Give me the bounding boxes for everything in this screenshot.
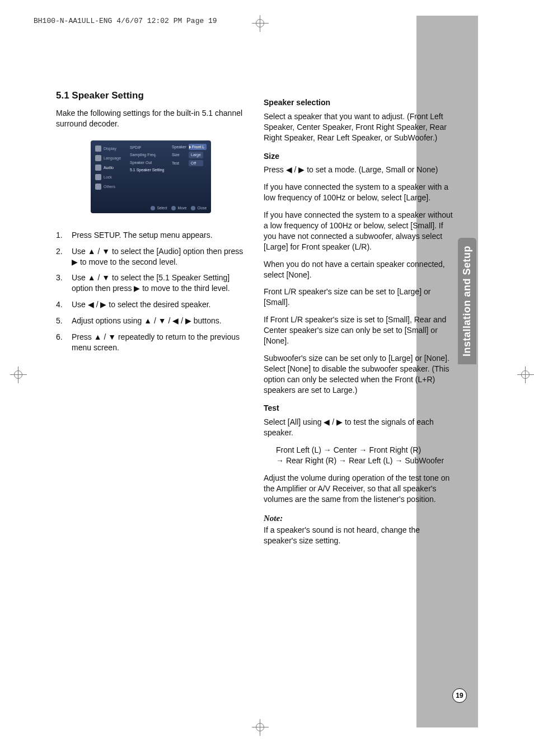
osd-menu-display: Display <box>104 146 116 151</box>
registration-mark-bottom <box>252 719 269 736</box>
osd-test-value: Off <box>189 160 203 166</box>
section-heading: 5.1 Speaker Setting <box>56 90 246 102</box>
registration-mark-right <box>517 367 534 383</box>
registration-mark-left <box>10 367 27 383</box>
step-1: Press SETUP. The setup menu appears. <box>56 230 246 241</box>
size-p1: Press ◀ / ▶ to set a mode. (Large, Small… <box>264 165 453 175</box>
osd-sampling: Sampling Freq. <box>130 151 168 158</box>
steps-list: Press SETUP. The setup menu appears. Use… <box>56 230 246 353</box>
osd-menu-others: Others <box>104 184 115 189</box>
osd-size-value: Large <box>189 152 203 158</box>
osd-menu-audio: Audio <box>104 165 114 170</box>
size-p4: When you do not have a certain speaker c… <box>264 259 453 280</box>
osd-move: Move <box>177 206 186 211</box>
osd-left-menu: Display Language Audio Lock Others <box>94 144 127 191</box>
osd-speaker-out: Speaker Out <box>130 159 168 166</box>
size-p7: Subwoofer's size can be set only to [Lar… <box>264 353 453 396</box>
test-chain-1: Front Left (L) → Center → Front Right (R… <box>276 445 453 456</box>
test-heading: Test <box>264 403 453 414</box>
step-6: Press ▲ / ▼ repeatedly to return to the … <box>56 332 246 353</box>
page-number: 19 <box>452 688 467 703</box>
left-column: 5.1 Speaker Setting Make the following s… <box>56 90 246 553</box>
content-area: 5.1 Speaker Setting Make the following s… <box>56 90 453 553</box>
size-heading: Size <box>264 151 453 162</box>
header-slug: BH100-N-AA1ULL-ENG 4/6/07 12:02 PM Page … <box>34 17 217 25</box>
size-p6: If Front L/R speaker's size is set to [S… <box>264 314 453 346</box>
move-icon <box>171 206 176 210</box>
step-2: Use ▲ / ▼ to select the [Audio] option t… <box>56 246 246 267</box>
note-heading: Note: <box>264 513 453 524</box>
others-icon <box>95 184 101 190</box>
osd-speaker-value: Front L <box>189 144 207 150</box>
osd-size-label: Size <box>172 152 186 157</box>
speaker-selection-body: Select a speaker that you want to adjust… <box>264 111 453 143</box>
size-p3: If you have connected the system to a sp… <box>264 210 453 252</box>
osd-menu-lock: Lock <box>104 175 112 180</box>
osd-footer: Select Move Close <box>151 206 207 211</box>
section-tab: Installation and Setup <box>458 238 476 364</box>
osd-menu-language: Language <box>104 156 121 161</box>
registration-mark-top <box>252 15 269 32</box>
osd-close: Close <box>197 206 207 211</box>
osd-right-panel: Speaker Front L Size Large Test Off <box>172 144 208 168</box>
size-p2: If you have connected the system to a sp… <box>264 182 453 203</box>
osd-screenshot: Display Language Audio Lock Others SPDIF… <box>91 140 211 213</box>
enter-icon <box>151 206 155 210</box>
language-icon <box>95 155 101 161</box>
right-column: Speaker selection Select a speaker that … <box>264 90 453 553</box>
note-body: If a speaker's sound is not heard, chang… <box>264 525 453 546</box>
osd-spdif: SPDIF <box>130 144 168 151</box>
step-5: Adjust options using ▲ / ▼ / ◀ / ▶ butto… <box>56 316 246 326</box>
osd-mid-menu: SPDIF Sampling Freq. Speaker Out 5.1 Spe… <box>130 144 168 174</box>
speaker-selection-heading: Speaker selection <box>264 97 453 108</box>
test-p2: Adjust the volume during operation of th… <box>264 473 453 505</box>
test-chain: Front Left (L) → Center → Front Right (R… <box>264 445 453 466</box>
audio-icon <box>95 165 101 171</box>
intro-text: Make the following settings for the buil… <box>56 108 246 129</box>
step-4: Use ◀ / ▶ to select the desired speaker. <box>56 299 246 310</box>
osd-select: Select <box>157 206 167 211</box>
size-p5: Front L/R speaker's size can be set to [… <box>264 287 453 308</box>
test-chain-2: → Rear Right (R) → Rear Left (L) → SubWo… <box>276 456 453 466</box>
osd-51-setting: 5.1 Speaker Setting <box>130 166 168 173</box>
osd-speaker-label: Speaker <box>172 144 186 149</box>
lock-icon <box>95 174 101 180</box>
display-icon <box>95 145 101 152</box>
test-p1: Select [All] using ◀ / ▶ to test the sig… <box>264 417 453 438</box>
osd-test-label: Test <box>172 161 186 166</box>
step-3: Use ▲ / ▼ to select the [5.1 Speaker Set… <box>56 273 246 294</box>
close-icon <box>191 206 195 210</box>
